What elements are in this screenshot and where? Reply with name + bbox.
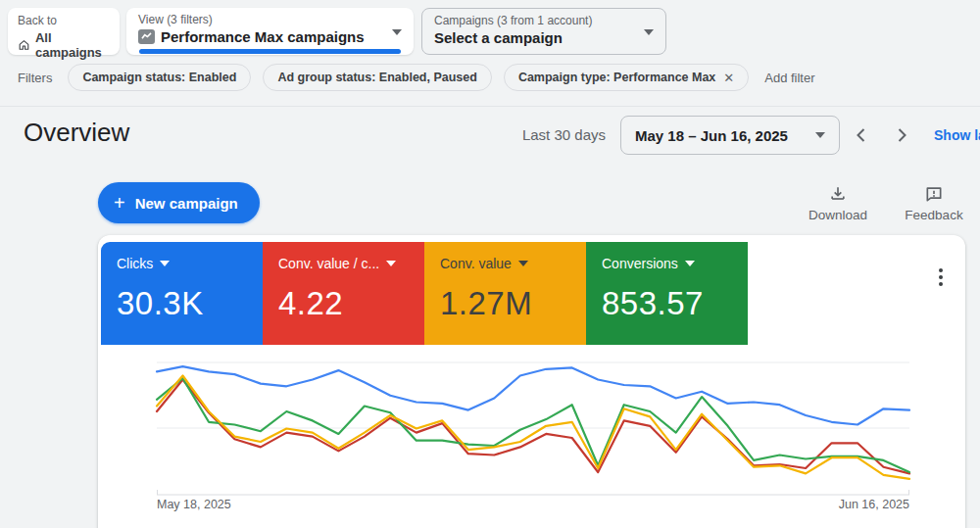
show-last-link[interactable]: Show la [934, 127, 980, 143]
x-axis-start-label: May 18, 2025 [157, 498, 231, 511]
scorecard-label: Conversions [602, 256, 678, 271]
all-campaigns-label: All campaigns [35, 30, 110, 60]
campaign-selector-label: Campaigns (3 from 1 account) [434, 14, 654, 27]
scorecard-conv-value[interactable]: Conv. value 1.27M [424, 242, 586, 345]
campaign-selector[interactable]: Campaigns (3 from 1 account) Select a ca… [421, 8, 666, 55]
feedback-icon [924, 184, 944, 204]
filters-bar: Filters Campaign status: Enabled Ad grou… [18, 63, 815, 92]
scorecard-conversions[interactable]: Conversions 853.57 [586, 242, 748, 345]
view-selector-value: Performance Max campaigns [161, 28, 365, 45]
chevron-left-icon [856, 127, 866, 143]
view-selected-underline [139, 49, 401, 54]
chevron-down-icon [518, 261, 528, 266]
section-divider [0, 106, 980, 107]
date-range-preset-label: Last 30 days [470, 126, 606, 143]
chevron-down-icon [644, 29, 654, 35]
scorecard-label: Clicks [117, 256, 153, 271]
chart-line-conv-value [157, 376, 909, 479]
overview-chart: May 18, 2025 Jun 16, 2025 [98, 348, 965, 524]
download-icon [828, 184, 848, 204]
download-label: Download [808, 208, 867, 222]
plus-icon: + [114, 193, 125, 213]
new-campaign-label: New campaign [135, 195, 238, 212]
chevron-right-icon [897, 127, 907, 143]
scorecard-label: Conv. value / c... [278, 256, 379, 271]
chevron-down-icon [392, 29, 402, 35]
date-range-picker[interactable]: May 18 – Jun 16, 2025 [620, 116, 840, 155]
chevron-down-icon [386, 261, 396, 266]
date-range-value: May 18 – Jun 16, 2025 [635, 127, 788, 144]
scorecard-conv-value-per-cost[interactable]: Conv. value / c... 4.22 [263, 242, 424, 345]
chevron-down-icon [160, 261, 170, 266]
scorecard-value: 4.22 [278, 285, 409, 322]
back-to-label: Back to [18, 14, 110, 27]
overview-widget-card: Clicks 30.3K Conv. value / c... 4.22 Con… [98, 235, 965, 528]
chart-line-conversions [157, 378, 909, 472]
card-options-menu-button[interactable] [932, 263, 950, 292]
scorecard-value: 853.57 [602, 285, 732, 322]
view-selector-label: View (3 filters) [138, 13, 402, 26]
previous-period-button[interactable] [847, 121, 874, 149]
filter-chip-text: Campaign type: Performance Max [518, 71, 715, 84]
page-title: Overview [24, 118, 129, 148]
add-filter-button[interactable]: Add filter [764, 71, 814, 85]
filter-chip-ad-group-status[interactable]: Ad group status: Enabled, Paused [263, 64, 492, 91]
scorecard-clicks[interactable]: Clicks 30.3K [101, 242, 263, 345]
new-campaign-button[interactable]: + New campaign [98, 182, 260, 223]
filter-chip-text: Campaign status: Enabled [82, 71, 236, 84]
campaign-selector-value: Select a campaign [434, 29, 654, 46]
scorecard-value: 1.27M [440, 285, 570, 322]
view-selector[interactable]: View (3 filters) Performance Max campaig… [126, 8, 414, 55]
back-to-all-campaigns-button[interactable]: Back to All campaigns [8, 8, 120, 55]
chevron-down-icon [685, 261, 695, 266]
chevron-down-icon [815, 132, 825, 138]
x-axis-end-label: Jun 16, 2025 [839, 498, 909, 511]
feedback-button[interactable]: Feedback [900, 184, 968, 222]
home-icon [18, 38, 30, 52]
google-ads-overview-screen: Back to All campaigns View (3 filters) P… [0, 0, 980, 528]
chart-line-conv-value-cost [157, 380, 909, 474]
download-button[interactable]: Download [804, 184, 872, 222]
filter-chip-campaign-status[interactable]: Campaign status: Enabled [68, 64, 251, 91]
kebab-icon [939, 268, 943, 272]
scorecard-label: Conv. value [440, 256, 512, 271]
performance-chart-icon [138, 29, 155, 44]
feedback-label: Feedback [905, 208, 962, 222]
filter-chip-campaign-type[interactable]: Campaign type: Performance Max ✕ [504, 64, 749, 91]
scorecard-row: Clicks 30.3K Conv. value / c... 4.22 Con… [101, 242, 748, 345]
scorecard-value: 30.3K [117, 285, 247, 322]
overview-chart-svg [98, 348, 965, 497]
remove-filter-icon[interactable]: ✕ [723, 71, 734, 85]
chart-line-clicks [157, 366, 909, 424]
next-period-button[interactable] [888, 121, 915, 149]
filter-chip-text: Ad group status: Enabled, Paused [277, 71, 477, 84]
filters-label: Filters [18, 71, 52, 85]
